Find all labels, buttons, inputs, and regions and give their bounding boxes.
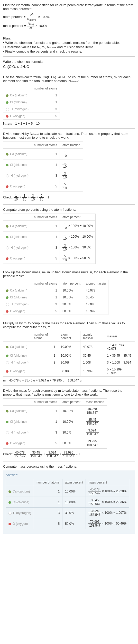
frac-den: 158.547: [62, 455, 75, 458]
element-label: H (hydrogen): [13, 511, 31, 515]
divider: [3, 33, 135, 33]
atom-percent: 50.0%: [60, 438, 83, 449]
element-label: Ca (calcium): [10, 345, 27, 349]
atom-count: 5: [31, 253, 60, 264]
col-number-of-atoms: number of atoms: [31, 142, 60, 149]
step-atom-percents: Compute atom percents using the atom fra…: [3, 208, 135, 212]
col-mass-fraction: mass fraction: [83, 399, 107, 406]
atom-count: 5: [31, 181, 60, 192]
atom-count: 3: [31, 242, 60, 253]
element-label: H (hydrogen): [11, 431, 29, 434]
frac-den: 10: [62, 258, 67, 262]
element-dot-icon: [6, 361, 9, 364]
frac-den: 10: [22, 198, 27, 201]
table-row: H (hydrogen)3310: [3, 170, 83, 181]
col-atomic-mass: atomic mass/u: [83, 280, 108, 287]
frac-ni-i: i: [33, 14, 33, 17]
frac-den: 158.547: [88, 524, 101, 527]
element-label: Cl (chlorine): [10, 235, 27, 239]
atom-count: 5: [34, 518, 62, 529]
frac-den: 10: [62, 154, 67, 158]
mass-fraction-check: Check: 40.078158.547 + 35.45158.547 + 3.…: [3, 451, 135, 458]
col-atom-percent: atom percent: [60, 214, 96, 221]
atom-count: 1: [31, 294, 60, 301]
table-row: Ca (calcium)1110: [3, 149, 83, 159]
atom-count: 5: [31, 438, 60, 449]
element-label: H (hydrogen): [11, 246, 29, 249]
check-label: Check:: [3, 452, 14, 456]
atom-percent: 30.0%: [60, 301, 83, 308]
frac-den: 10: [62, 248, 67, 251]
col-atom-percent: atom percent: [60, 399, 83, 406]
atom-percent: 50.0%: [60, 308, 83, 315]
table-row: H (hydrogen)330.0%3.024158.547 × 100% = …: [6, 508, 129, 518]
atomic-mass: 40.078: [80, 342, 104, 352]
plus: +: [28, 196, 30, 199]
mass-percent-times: × 100%: [35, 24, 47, 28]
plan-title: Plan:: [3, 36, 135, 40]
atom-count: 1: [31, 406, 60, 416]
col-mass: mass/u: [104, 331, 135, 342]
frac-num: 1: [62, 233, 67, 237]
frac-num: 79.995: [86, 439, 98, 443]
frac-den: 158.547: [88, 513, 101, 517]
col-mass-percent: mass percent: [86, 479, 129, 486]
frac-den: 158.547: [46, 455, 59, 458]
prompt: Find the elemental composition for calci…: [3, 3, 135, 11]
frac-nimi-mi: i: [33, 23, 34, 26]
frac-num: 1: [62, 222, 67, 226]
table-row: O (oxygen)5: [3, 113, 60, 120]
answer-box: Answer: number of atomsatom percentmass …: [3, 470, 135, 534]
atom-fraction-check: Check: 110 + 110 + 310 + 510 = 1: [3, 194, 135, 201]
frac-den: 10: [62, 186, 67, 190]
mass-fractions-table: number of atomsatom percentmass fraction…: [3, 398, 107, 449]
divider: [3, 72, 135, 72]
mass-percent-label: mass percent =: [3, 24, 27, 28]
frac-nimi-n: N: [28, 22, 30, 26]
table-row: O (oxygen)5510 × 100% = 50.0%: [3, 253, 96, 264]
element-dot-icon: [6, 442, 8, 445]
table-row: Cl (chlorine)110.00%35.45: [3, 294, 108, 301]
table-row: H (hydrogen)3: [3, 106, 60, 113]
atom-count: 5: [31, 366, 58, 377]
element-dot-icon: [6, 185, 8, 188]
atom-percent: 10.00%: [62, 486, 86, 497]
atom-count: 1: [31, 342, 58, 352]
atomic-mass: 15.999: [83, 308, 108, 315]
atom-count: 3: [31, 170, 60, 181]
element-label: Cl (chlorine): [10, 296, 27, 299]
plan-item-2: • Determine values for Nᵢ, mᵢ, Nₐₜₒₘₛ an…: [3, 45, 135, 49]
atom-count: 3: [31, 359, 58, 366]
mass-calc: 1 × 35.45 = 35.45: [104, 352, 135, 359]
frac-num: 79.995: [62, 451, 75, 455]
mass-percent-formula: mass percent = Nimi m × 100%: [3, 22, 135, 30]
element-dot-icon: [6, 410, 8, 412]
frac-ni-n: N: [30, 13, 33, 16]
atom-fractions-table: number of atomsatom fraction Ca (calcium…: [3, 142, 83, 192]
divider: [3, 267, 135, 267]
frac-num: 1: [22, 194, 27, 198]
col-number-of-atoms: number of atoms: [34, 479, 62, 486]
mass-calc: 3 × 1.008 = 3.024: [104, 359, 135, 366]
element-label: Ca (calcium): [10, 409, 27, 413]
atom-count: 1: [31, 92, 60, 99]
table-row: Cl (chlorine)1110 × 100% = 10.00%: [3, 232, 96, 242]
plus: +: [60, 452, 62, 456]
table-row: Cl (chlorine)110.00%35.45158.547 × 100% …: [6, 497, 129, 508]
atom-count: 1: [31, 99, 60, 106]
element-label: Ca (calcium): [10, 94, 27, 97]
element-dot-icon: [6, 346, 8, 348]
frac-den: 10: [39, 198, 44, 201]
atom-count: 1: [31, 416, 60, 427]
atom-percent: 10.00%: [60, 287, 83, 294]
frac-den: 158.547: [88, 491, 101, 495]
atom-percents-table: number of atomsatom percent Ca (calcium)…: [3, 214, 96, 264]
element-label: Ca (calcium): [13, 490, 30, 493]
element-dot-icon: [8, 523, 11, 525]
frac-num: 35.45: [30, 451, 42, 455]
table-row: O (oxygen)550.0%79.995158.547: [3, 438, 107, 449]
plus: +: [19, 196, 22, 199]
element-dot-icon: [6, 431, 9, 434]
frac-den: 158.547: [30, 455, 42, 458]
frac-den: 158.547: [86, 422, 98, 425]
